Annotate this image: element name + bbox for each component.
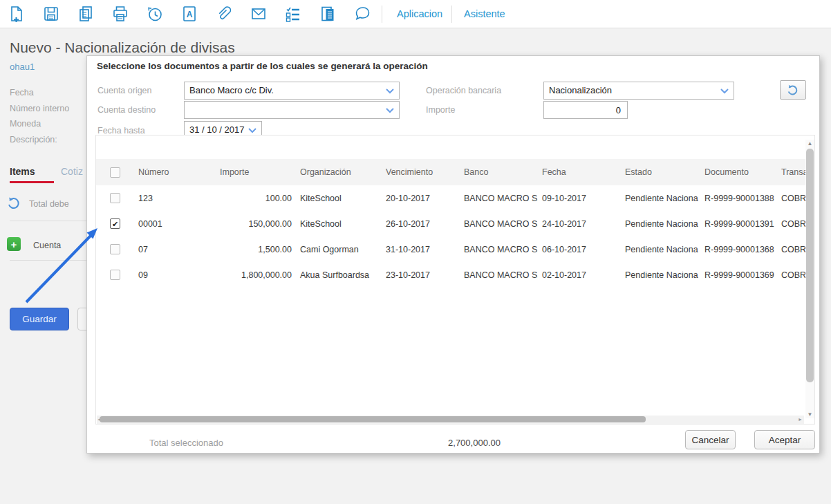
tab-cotizacion[interactable]: Cotiz (61, 166, 83, 177)
scroll-down-icon[interactable]: ▼ (805, 411, 814, 418)
importe-label: Importe (426, 105, 455, 115)
table-row[interactable]: 091,800,000.00Akua Surfboardsa23-10-2017… (96, 262, 805, 288)
svg-text:A: A (187, 10, 193, 19)
active-tab-underline (10, 181, 54, 183)
column-header-organizacion[interactable]: Organización (296, 167, 382, 177)
cell-transaccion: COBRA (777, 194, 805, 203)
vertical-scrollbar-thumb[interactable] (806, 149, 814, 382)
menu-aplicacion[interactable]: Aplicacion (397, 0, 442, 28)
column-header-numero[interactable]: Número (134, 167, 216, 177)
refresh-icon (787, 84, 799, 96)
cell-banco: BANCO MACRO S. (460, 270, 538, 280)
new-document-icon (8, 5, 26, 23)
dialog-title: Seleccione los documentos a partir de lo… (97, 61, 428, 71)
cell-banco: BANCO MACRO S. (460, 194, 538, 203)
row-checkbox[interactable] (110, 244, 120, 254)
cell-fecha: 24-10-2017 (538, 219, 621, 229)
cell-transaccion: COBRA (777, 219, 805, 229)
comment-icon (353, 5, 371, 23)
new-document-button[interactable] (4, 2, 29, 26)
page-title: Nuevo - Nacionalización de divisas (10, 39, 235, 56)
row-checkbox[interactable] (110, 193, 120, 203)
refresh-button[interactable] (780, 80, 806, 100)
chevron-down-icon (720, 88, 729, 94)
divider (10, 221, 86, 221)
user-link[interactable]: ohau1 (10, 62, 35, 72)
cell-numero: 07 (134, 245, 216, 254)
column-header-vencimiento[interactable]: Vencimiento (382, 167, 460, 177)
cell-documento: R-9999-90001368 (700, 245, 777, 254)
cell-banco: BANCO MACRO S. (460, 245, 538, 254)
table-row[interactable]: 071,500.00Cami Ogorman31-10-2017BANCO MA… (96, 236, 805, 262)
cell-organizacion: KiteSchool (296, 194, 382, 203)
cuenta-origen-select[interactable]: Banco Macro c/c Div. (184, 82, 400, 100)
cancelar-button[interactable]: Cancelar (685, 430, 736, 449)
cell-documento: R-9999-90001391 (700, 219, 777, 229)
column-header-importe[interactable]: Importe (216, 167, 296, 177)
add-row-button[interactable]: + (7, 237, 21, 251)
report-button[interactable] (315, 2, 340, 26)
select-all-checkbox[interactable] (110, 167, 120, 178)
column-header-estado[interactable]: Estado (621, 167, 700, 177)
cell-documento: R-9999-90001388 (700, 194, 777, 203)
row-checkbox[interactable] (110, 270, 120, 280)
chevron-down-icon (248, 128, 256, 133)
table-row[interactable]: ✔00001150,000.00KiteSchool26-10-2017BANC… (96, 211, 805, 236)
aceptar-button[interactable]: Aceptar (754, 430, 815, 449)
column-header-transaccion[interactable]: Transa (777, 167, 805, 177)
horizontal-scrollbar-thumb[interactable] (100, 416, 646, 422)
importe-input[interactable] (543, 101, 628, 119)
print-button[interactable] (108, 2, 133, 26)
menu-asistente[interactable]: Asistente (464, 0, 505, 28)
text-document-button[interactable]: A (177, 2, 202, 26)
cell-fecha: 02-10-2017 (538, 270, 621, 280)
copy-button[interactable] (73, 2, 98, 26)
cell-documento: R-9999-90001369 (700, 270, 777, 280)
guardar-button[interactable]: Guardar (10, 308, 69, 330)
operacion-bancaria-select[interactable]: Nacionalización (543, 82, 734, 100)
mail-button[interactable] (246, 2, 271, 26)
cell-importe: 150,000.00 (216, 219, 296, 229)
cell-fecha: 06-10-2017 (538, 245, 621, 254)
comment-button[interactable] (350, 2, 375, 26)
attachment-icon (215, 5, 233, 23)
history-icon (146, 5, 164, 23)
attachment-button[interactable] (212, 2, 236, 26)
tab-items[interactable]: Items (10, 166, 35, 177)
save-button[interactable] (39, 2, 64, 26)
field-label-fecha: Fecha (10, 88, 34, 97)
cell-numero: 123 (134, 194, 216, 203)
cell-vencimiento: 26-10-2017 (382, 219, 460, 229)
copy-icon (77, 5, 95, 23)
cuenta-origen-label: Cuenta origen (97, 86, 152, 95)
total-seleccionado-label: Total seleccionado (149, 438, 223, 448)
cell-importe: 100.00 (216, 194, 296, 203)
cuenta-destino-select[interactable] (184, 101, 400, 119)
column-header-fecha[interactable]: Fecha (538, 167, 621, 177)
save-icon (42, 5, 60, 23)
column-header-documento[interactable]: Documento (700, 167, 777, 177)
cell-vencimiento: 31-10-2017 (382, 245, 460, 254)
history-button[interactable] (142, 2, 167, 26)
divider (10, 260, 86, 261)
scroll-up-icon[interactable]: ▲ (805, 140, 814, 147)
refresh-totals-icon[interactable] (7, 196, 21, 209)
vertical-scrollbar[interactable]: ▲ ▼ (805, 140, 814, 418)
checklist-button[interactable] (281, 2, 306, 26)
column-header-banco[interactable]: Banco (460, 167, 538, 177)
field-label-numero-interno: Número interno (10, 104, 69, 113)
cell-numero: 00001 (134, 219, 216, 229)
table-header-row: Número Importe Organización Vencimiento … (96, 159, 805, 185)
table-row[interactable]: 123100.00KiteSchool20-10-2017BANCO MACRO… (96, 185, 805, 211)
cell-organizacion: Akua Surfboardsa (296, 270, 382, 280)
row-checkbox[interactable]: ✔ (110, 218, 120, 229)
fecha-hasta-label: Fecha hasta (97, 126, 145, 136)
documents-table: Número Importe Organización Vencimiento … (95, 135, 815, 424)
cell-importe: 1,800,000.00 (216, 270, 296, 280)
operacion-bancaria-label: Operación bancaria (426, 86, 501, 95)
toolbar: A Aplicacion Asistente (0, 0, 831, 28)
cell-organizacion: Cami Ogorman (296, 245, 382, 254)
fecha-hasta-value: 31 / 10 / 2017 (189, 124, 245, 135)
horizontal-scrollbar[interactable]: ◄ ► (97, 416, 804, 424)
scroll-right-icon[interactable]: ► (798, 416, 803, 423)
